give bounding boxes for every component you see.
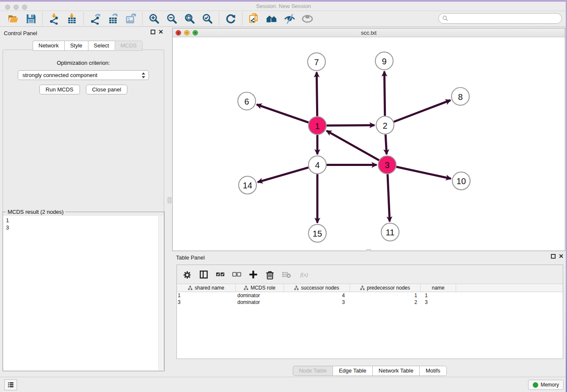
graph-edge-2-8[interactable] (394, 100, 451, 122)
deselect-all-rows-icon[interactable] (231, 269, 242, 280)
network-maximize-icon[interactable]: + (193, 30, 198, 36)
tab-mcds[interactable]: MCDS (115, 41, 143, 51)
mcds-result-textarea[interactable]: 1 3 (3, 216, 164, 370)
graph-edge-3-11[interactable] (388, 174, 390, 221)
toolbar-separator (42, 12, 43, 25)
graph-node-14[interactable]: 14 (239, 176, 256, 194)
table-header-row: shared nameMCDS rolesuccessor nodesprede… (177, 284, 563, 292)
graph-edge-1-7[interactable] (317, 72, 317, 116)
clone-network-icon[interactable] (248, 12, 260, 25)
graph-node-9[interactable]: 9 (375, 52, 393, 70)
search-box[interactable] (438, 13, 562, 24)
table-row[interactable]: 1dominator411 (177, 292, 563, 299)
panel-splitter-handle[interactable] (168, 197, 171, 203)
column-header-predecessor-nodes[interactable]: predecessor nodes (350, 284, 421, 292)
graph-edge-4-14[interactable] (258, 168, 308, 182)
home-icon[interactable] (265, 12, 278, 25)
import-network-icon[interactable] (48, 12, 61, 25)
zoom-out-icon[interactable] (165, 12, 178, 25)
float-panel-icon[interactable] (151, 30, 155, 34)
list-icon (7, 381, 14, 389)
column-header-MCDS-role[interactable]: MCDS role (236, 284, 284, 292)
hide-graphics-icon[interactable] (283, 12, 296, 25)
svg-text:8: 8 (458, 92, 462, 102)
graph-node-4[interactable]: 4 (308, 156, 326, 174)
close-panel-icon[interactable]: ✕ (158, 30, 163, 34)
graph-node-10[interactable]: 10 (452, 172, 470, 190)
svg-text:6: 6 (244, 97, 249, 106)
maximize-window-icon[interactable] (22, 5, 27, 10)
export-network-icon[interactable] (89, 12, 102, 25)
table-cell: dominator (236, 299, 284, 306)
window-traffic-lights[interactable] (5, 5, 27, 10)
graph-edge-1-6[interactable] (257, 105, 309, 122)
toggle-panel-icon[interactable] (198, 269, 209, 280)
svg-text:7: 7 (314, 58, 319, 67)
refresh-view-icon[interactable] (224, 12, 237, 25)
criterion-dropdown[interactable]: strongly connected component (18, 70, 149, 80)
zoom-in-icon[interactable] (148, 12, 160, 25)
svg-text:f(x): f(x) (300, 271, 308, 278)
graph-edge-3-1[interactable] (327, 131, 379, 160)
column-header-shared-name[interactable]: shared name (177, 284, 236, 292)
tab-node-table[interactable]: Node Table (292, 366, 333, 376)
table-row[interactable]: 3dominator323 (177, 299, 563, 306)
column-header-name[interactable]: name (421, 284, 456, 292)
table-panel: Table Panel ✕ f(x) shared nameMCDS roles… (172, 251, 567, 377)
open-session-icon[interactable] (7, 12, 19, 25)
table-float-panel-icon[interactable] (551, 254, 556, 259)
window-title: Session: New Session (0, 2, 567, 11)
graph-node-2[interactable]: 2 (376, 116, 394, 134)
graph-edge-1-2[interactable] (327, 125, 374, 126)
tab-motifs[interactable]: Motifs (419, 366, 447, 376)
graph-edge-2-9[interactable] (384, 72, 385, 116)
tab-select[interactable]: Select (88, 41, 115, 51)
memory-label: Memory (541, 382, 559, 388)
tab-style[interactable]: Style (64, 41, 88, 51)
tab-network[interactable]: Network (33, 41, 64, 51)
graph-edge-2-3[interactable] (385, 135, 387, 155)
network-minimize-icon[interactable]: − (184, 30, 190, 36)
export-table-icon[interactable] (107, 12, 119, 25)
table-cell: 3 (421, 299, 456, 306)
table-close-panel-icon[interactable]: ✕ (559, 254, 564, 259)
network-close-icon[interactable]: x (176, 30, 181, 36)
table-body: 1dominator4113dominator323 (177, 292, 563, 306)
run-mcds-button[interactable]: Run MCDS (39, 85, 80, 94)
table-cell: 4 (284, 292, 350, 299)
graph-node-7[interactable]: 7 (308, 53, 325, 71)
table-panel-title: Table Panel (176, 254, 205, 261)
close-panel-button[interactable]: Close panel (86, 85, 128, 94)
memory-button[interactable]: Memory (528, 380, 564, 390)
export-image-icon[interactable] (124, 12, 137, 25)
column-header-successor-nodes[interactable]: successor nodes (284, 284, 350, 292)
add-column-icon[interactable] (248, 269, 259, 280)
import-table-icon[interactable] (66, 12, 78, 25)
show-graphics-icon[interactable] (301, 12, 314, 25)
search-icon (442, 15, 449, 22)
close-window-icon[interactable] (5, 5, 10, 10)
graph-node-6[interactable]: 6 (238, 92, 256, 110)
graph-node-15[interactable]: 15 (308, 224, 326, 242)
tab-edge-table[interactable]: Edge Table (333, 366, 372, 376)
minimize-window-icon[interactable] (14, 5, 19, 10)
graph-edge-3-10[interactable] (396, 167, 451, 179)
select-all-rows-icon[interactable] (215, 269, 226, 280)
graph-node-3[interactable]: 3 (378, 156, 396, 174)
network-window-titlebar[interactable]: x − + scc.txt (173, 28, 565, 37)
result-scrollbar[interactable] (158, 216, 164, 370)
task-history-button[interactable] (4, 379, 17, 390)
graph-node-11[interactable]: 11 (381, 223, 399, 241)
tab-network-table[interactable]: Network Table (372, 366, 419, 376)
table-settings-icon[interactable] (182, 269, 193, 280)
graph-node-1[interactable]: 1 (308, 117, 326, 135)
zoom-fit-icon[interactable] (183, 12, 196, 25)
table-cell: 1 (350, 292, 421, 299)
network-canvas[interactable]: 7968124314101511 (173, 37, 565, 251)
save-session-icon[interactable] (25, 12, 37, 25)
zoom-selected-icon[interactable] (201, 12, 214, 25)
svg-text:11: 11 (386, 228, 395, 237)
delete-rows-icon[interactable] (264, 269, 275, 280)
search-input[interactable] (449, 15, 561, 22)
graph-node-8[interactable]: 8 (451, 88, 469, 105)
